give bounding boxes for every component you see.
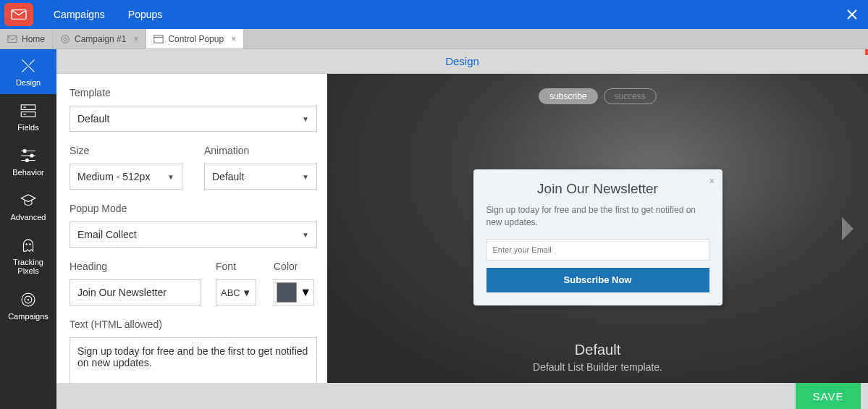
topnav-popups[interactable]: Popups xyxy=(117,0,174,29)
edge-marker xyxy=(865,49,868,55)
heading-label: Heading xyxy=(69,261,201,272)
mode-select[interactable]: Email Collect ▼ xyxy=(69,222,317,248)
sliders-icon xyxy=(19,146,38,165)
svg-rect-7 xyxy=(21,112,35,117)
topnav-campaigns[interactable]: Campaigns xyxy=(42,0,117,29)
target-icon xyxy=(60,34,70,44)
select-value: Medium - 512px xyxy=(77,171,150,182)
popup-email-input[interactable] xyxy=(486,239,709,261)
template-select[interactable]: Default ▼ xyxy=(69,106,317,132)
sidebar-item-design[interactable]: Design xyxy=(0,49,56,94)
sidebar-item-behavior[interactable]: Behavior xyxy=(0,139,56,184)
sidebar-label: Campaigns xyxy=(8,312,49,321)
text-textarea[interactable] xyxy=(69,337,317,383)
bottom-bar: SAVE xyxy=(56,383,868,409)
home-icon xyxy=(7,34,17,44)
sidebar-item-advanced[interactable]: Advanced xyxy=(0,184,56,229)
brush-icon xyxy=(19,56,38,75)
svg-point-2 xyxy=(62,35,69,43)
mail-icon xyxy=(11,9,27,20)
sidebar-item-fields[interactable]: Fields xyxy=(0,94,56,139)
window-icon xyxy=(153,34,164,44)
font-select[interactable]: ABC ▼ xyxy=(216,279,256,305)
tab-close-button[interactable]: × xyxy=(231,34,236,44)
section-title: Design xyxy=(445,55,479,67)
popup-subtitle: Sign up today for free and be the first … xyxy=(486,204,709,229)
properties-panel: Template Default ▼ Size Medium - 512px ▼… xyxy=(56,74,327,383)
graduation-icon xyxy=(19,191,38,210)
window-close-button[interactable] xyxy=(843,6,861,23)
sidebar-label: Fields xyxy=(17,123,38,132)
ghost-icon xyxy=(19,236,38,255)
svg-rect-1 xyxy=(8,35,17,42)
save-button[interactable]: SAVE xyxy=(796,383,861,409)
next-template-button[interactable] xyxy=(835,211,861,247)
tab-label: Control Popup xyxy=(168,34,224,44)
chevron-down-icon: ▼ xyxy=(300,286,311,299)
pill-success[interactable]: success xyxy=(604,88,657,104)
svg-point-15 xyxy=(28,298,29,300)
sidebar-label: Design xyxy=(16,78,41,87)
animation-label: Animation xyxy=(204,145,317,156)
select-value: Default xyxy=(212,171,244,182)
tab-strip: Home Campaign #1 × Control Popup × xyxy=(0,29,868,49)
animation-select[interactable]: Default ▼ xyxy=(204,164,317,190)
section-header: Design xyxy=(56,49,868,74)
popup-close-button[interactable]: × xyxy=(709,175,715,187)
tab-label: Campaign #1 xyxy=(75,34,126,44)
tab-home[interactable]: Home xyxy=(0,29,53,49)
chevron-down-icon: ▼ xyxy=(302,173,309,181)
topbar: Campaigns Popups xyxy=(0,0,868,29)
svg-point-12 xyxy=(29,244,30,245)
sidebar-label: Tracking Pixels xyxy=(3,258,54,275)
template-name: Default xyxy=(327,342,868,358)
heading-input[interactable] xyxy=(69,279,201,305)
sidebar-label: Advanced xyxy=(11,213,46,222)
close-icon xyxy=(846,9,858,20)
svg-rect-4 xyxy=(154,35,163,43)
svg-point-8 xyxy=(23,150,26,153)
preview-footer: Default Default List Builder template. xyxy=(327,342,868,373)
size-label: Size xyxy=(69,145,182,156)
sidebar-item-campaigns[interactable]: Campaigns xyxy=(0,283,56,328)
select-value: Email Collect xyxy=(77,229,137,240)
chevron-down-icon: ▼ xyxy=(167,173,174,181)
target-icon xyxy=(19,290,38,309)
popup-preview: × Join Our Newsletter Sign up today for … xyxy=(473,169,722,305)
tab-label: Home xyxy=(22,34,45,44)
popup-subscribe-button[interactable]: Subscribe Now xyxy=(486,268,709,292)
text-label: Text (HTML allowed) xyxy=(69,319,317,330)
left-sidebar: Design Fields Behavior Advanced Tracking… xyxy=(0,49,56,409)
select-value: ABC xyxy=(221,287,240,298)
svg-rect-6 xyxy=(21,105,35,110)
color-label: Color xyxy=(274,261,317,272)
preview-state-pills: subscribe success xyxy=(539,88,657,104)
app-logo xyxy=(4,3,33,26)
chevron-right-icon xyxy=(838,214,857,243)
template-description: Default List Builder template. xyxy=(327,361,868,373)
preview-pane: subscribe success × Join Our Newsletter … xyxy=(327,74,868,383)
fields-icon xyxy=(19,101,38,120)
chevron-down-icon: ▼ xyxy=(242,287,251,298)
sidebar-label: Behavior xyxy=(12,168,43,177)
template-label: Template xyxy=(69,87,317,98)
mode-label: Popup Mode xyxy=(69,203,317,214)
svg-point-10 xyxy=(25,159,28,162)
color-select[interactable]: ▼ xyxy=(274,279,314,305)
tab-close-button[interactable]: × xyxy=(133,34,138,44)
size-select[interactable]: Medium - 512px ▼ xyxy=(69,164,182,190)
chevron-down-icon: ▼ xyxy=(302,115,309,123)
color-swatch xyxy=(277,282,297,303)
tab-control-popup[interactable]: Control Popup × xyxy=(146,29,244,49)
chevron-down-icon: ▼ xyxy=(302,231,309,239)
select-value: Default xyxy=(77,113,109,125)
sidebar-item-tracking-pixels[interactable]: Tracking Pixels xyxy=(0,229,56,282)
popup-title: Join Our Newsletter xyxy=(486,181,709,197)
tab-campaign-1[interactable]: Campaign #1 × xyxy=(53,29,146,49)
pill-subscribe[interactable]: subscribe xyxy=(539,88,597,104)
svg-point-3 xyxy=(64,37,67,40)
svg-point-9 xyxy=(30,154,33,157)
font-label: Font xyxy=(216,261,259,272)
svg-point-11 xyxy=(25,244,27,245)
